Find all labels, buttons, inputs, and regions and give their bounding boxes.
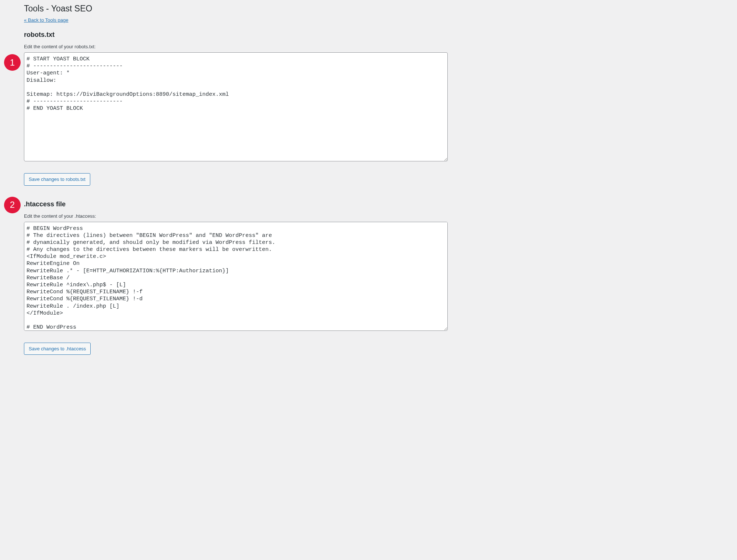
back-to-tools-link[interactable]: « Back to Tools page — [24, 17, 68, 23]
robots-heading: robots.txt — [24, 31, 448, 39]
robots-textarea[interactable] — [24, 52, 448, 161]
page-title: Tools - Yoast SEO — [24, 4, 448, 14]
robots-description: Edit the content of your robots.txt: — [24, 44, 448, 49]
save-robots-button[interactable]: Save changes to robots.txt — [24, 173, 90, 186]
htaccess-section: 2 .htaccess file Edit the content of you… — [24, 200, 448, 355]
htaccess-textarea[interactable] — [24, 222, 448, 331]
annotation-badge-2: 2 — [4, 197, 21, 213]
annotation-badge-1: 1 — [4, 54, 21, 71]
robots-section: 1 robots.txt Edit the content of your ro… — [24, 31, 448, 186]
htaccess-heading: .htaccess file — [24, 200, 448, 208]
save-htaccess-button[interactable]: Save changes to .htaccess — [24, 343, 91, 355]
htaccess-description: Edit the content of your .htaccess: — [24, 213, 448, 219]
